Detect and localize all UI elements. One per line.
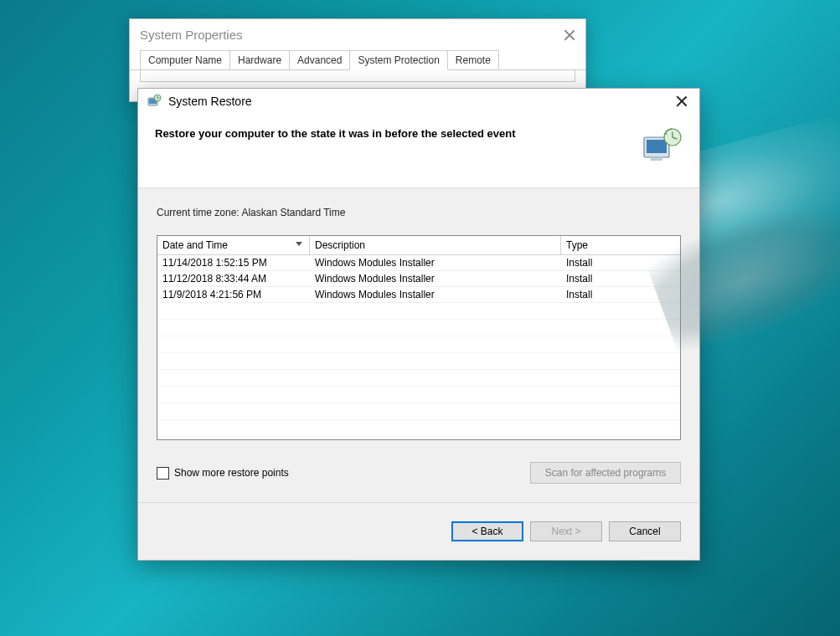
cell-datetime: 11/14/2018 1:52:15 PM [157, 255, 310, 270]
table-row-empty [157, 387, 680, 403]
table-row-empty [157, 336, 680, 353]
tab-advanced[interactable]: Advanced [289, 50, 350, 69]
restore-computer-icon [641, 127, 683, 164]
cell-type: Install [561, 271, 680, 286]
close-icon[interactable] [564, 29, 575, 41]
table-row[interactable]: 11/12/2018 8:33:44 AM Windows Modules In… [157, 271, 680, 287]
table-row-empty [157, 320, 680, 336]
wizard-footer: < Back Next > Cancel [138, 502, 699, 560]
cell-datetime: 11/12/2018 8:33:44 AM [157, 271, 310, 286]
cell-description: Windows Modules Installer [310, 255, 561, 270]
cancel-button[interactable]: Cancel [609, 521, 681, 541]
table-rows: 11/14/2018 1:52:15 PM Windows Modules In… [157, 255, 680, 437]
wizard-heading: Restore your computer to the state it wa… [155, 127, 516, 140]
table-row-empty [157, 353, 680, 370]
restore-points-table[interactable]: Date and Time Description Type 11/14/201… [157, 235, 681, 440]
tab-hardware[interactable]: Hardware [229, 50, 290, 69]
table-row-empty [157, 370, 680, 387]
checkbox-icon[interactable] [157, 467, 169, 480]
svg-rect-5 [651, 157, 662, 161]
sysprop-tabs: Computer Name Hardware Advanced System P… [130, 50, 585, 70]
sysprop-body [140, 70, 575, 82]
table-header: Date and Time Description Type [157, 236, 680, 255]
sysprop-title: System Properties [140, 28, 243, 42]
cell-type: Install [561, 255, 680, 270]
tab-system-protection[interactable]: System Protection [349, 50, 447, 70]
table-row[interactable]: 11/9/2018 4:21:56 PM Windows Modules Ins… [157, 287, 680, 303]
table-row-empty [157, 403, 680, 420]
show-more-label: Show more restore points [174, 467, 289, 479]
sysprop-titlebar: System Properties [130, 19, 585, 50]
table-row[interactable]: 11/14/2018 1:52:15 PM Windows Modules In… [157, 255, 680, 271]
next-button[interactable]: Next > [530, 521, 602, 541]
column-type[interactable]: Type [561, 236, 680, 254]
wizard-header: Restore your computer to the state it wa… [138, 112, 699, 188]
table-row-empty [157, 303, 680, 320]
cell-description: Windows Modules Installer [310, 287, 561, 302]
system-restore-dialog: System Restore Restore your computer to … [137, 88, 700, 561]
column-date-time-label: Date and Time [162, 239, 228, 251]
tab-computer-name[interactable]: Computer Name [140, 50, 230, 69]
column-date-time[interactable]: Date and Time [157, 236, 310, 254]
wizard-titlebar: System Restore [138, 89, 699, 112]
column-description[interactable]: Description [310, 236, 561, 254]
scan-affected-button[interactable]: Scan for affected programs [530, 462, 681, 484]
svg-rect-4 [647, 140, 667, 153]
tab-remote[interactable]: Remote [447, 50, 499, 69]
system-restore-icon [147, 94, 162, 109]
back-button[interactable]: < Back [451, 521, 523, 541]
timezone-label: Current time zone: Alaskan Standard Time [157, 207, 681, 218]
cell-description: Windows Modules Installer [310, 271, 561, 286]
table-row-empty [157, 420, 680, 437]
cell-datetime: 11/9/2018 4:21:56 PM [157, 287, 310, 302]
show-more-checkbox[interactable]: Show more restore points [157, 467, 289, 480]
sort-descending-icon [296, 242, 302, 246]
dialog-title: System Restore [168, 95, 252, 108]
cell-type: Install [561, 287, 680, 302]
close-icon[interactable] [676, 95, 688, 107]
